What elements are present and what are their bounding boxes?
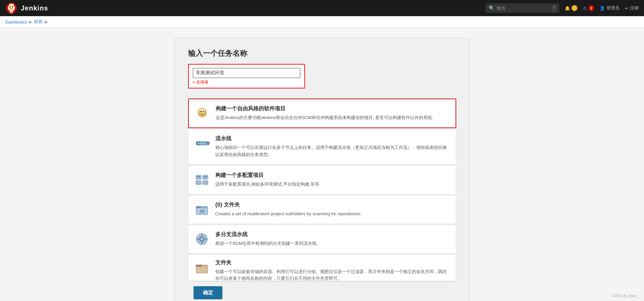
svg-point-30 [201, 238, 203, 240]
form-container: 输入一个任务名称 » 必填项 [174, 38, 470, 301]
pipeline-desc: 精心地组织一个可以长期运行在多个节点上的任务。适用于构建流水线（更加正式地应当称… [215, 144, 450, 158]
main-content: 输入一个任务名称 » 必填项 [0, 28, 644, 301]
svg-rect-20 [196, 181, 201, 185]
breadcrumb: Dashboard ▶ 所有 ▶ [0, 16, 644, 28]
breadcrumb-separator-1: ▶ [29, 20, 32, 24]
svg-point-2 [8, 4, 14, 9]
confirm-button[interactable]: 确定 [194, 286, 222, 299]
svg-point-4 [12, 6, 13, 8]
multibranch-pipeline-content: 多分支流水线 根据一个SCM仓库中检测到的分支创建一系列流水线。 [215, 231, 450, 247]
folder-multibranch-icon: {0} [194, 201, 210, 218]
pipeline-title: 流水线 [215, 135, 450, 142]
svg-point-12 [203, 111, 204, 112]
option-multibranch-pipeline[interactable]: 多分支流水线 根据一个SCM仓库中检测到的分支创建一系列流水线。 [188, 225, 456, 254]
task-name-input[interactable] [193, 68, 300, 78]
notifications-badge: 2 [571, 5, 577, 11]
confirm-section: 确定 [188, 281, 456, 301]
option-pipeline[interactable]: 流水线 精心地组织一个可以长期运行在多个节点上的任务。适用于构建流水线（更加正式… [188, 129, 456, 165]
notifications-button[interactable]: 🔔 2 [565, 5, 577, 11]
folder-multibranch-title: {0} 文件夹 [215, 201, 450, 209]
pipeline-icon [194, 135, 210, 151]
folder-title: 文件夹 [215, 259, 450, 266]
section-title: 输入一个任务名称 [188, 48, 456, 59]
folder-multibranch-content: {0} 文件夹 Creates a set of multibranch pro… [215, 201, 450, 218]
breadcrumb-dashboard[interactable]: Dashboard [5, 20, 27, 25]
breadcrumb-all[interactable]: 所有 [34, 19, 43, 25]
search-icon: 🔍 [489, 5, 495, 11]
jenkins-logo-icon [5, 2, 17, 14]
app-title: Jenkins [21, 4, 48, 12]
multiconfiguration-desc: 适用于多配置项目,例如多环境测试,平台指定构建,等等. [215, 181, 450, 188]
watermark: CSDN @_kairui_ [611, 294, 639, 298]
search-box[interactable]: 🔍 ? [485, 3, 559, 13]
option-folder[interactable]: 文件夹 创建一个可以嵌套存储的容器。利用它可以进行分组。视图仅仅是一个过滤器，而… [188, 254, 456, 281]
alerts-button[interactable]: ⚠ 2 [583, 5, 594, 11]
svg-rect-19 [203, 175, 208, 179]
option-multiconfiguration[interactable]: 构建一个多配置项目 适用于多配置项目,例如多环境测试,平台指定构建,等等. [188, 165, 456, 194]
freestyle-icon [194, 105, 210, 121]
help-icon[interactable]: ? [552, 5, 556, 11]
user-icon: 👤 [600, 6, 605, 11]
options-list: 构建一个自由风格的软件项目 这是Jenkins的主要功能Jenkins将会结合任… [188, 99, 456, 281]
multibranch-pipeline-title: 多分支流水线 [215, 231, 450, 238]
search-input[interactable] [497, 6, 550, 11]
folder-desc: 创建一个可以嵌套存储的容器。利用它可以进行分组。视图仅仅是一个过滤器，而文件夹则… [215, 268, 450, 281]
input-section: » 必填项 [188, 64, 305, 88]
svg-rect-21 [203, 181, 208, 185]
svg-rect-6 [10, 12, 11, 14]
svg-rect-7 [12, 12, 13, 14]
svg-point-10 [199, 108, 206, 114]
folder-multibranch-desc: Creates a set of multibranch project sub… [215, 211, 450, 218]
freestyle-content: 构建一个自由风格的软件项目 这是Jenkins的主要功能Jenkins将会结合任… [216, 105, 450, 121]
svg-point-11 [200, 111, 202, 112]
bell-icon: 🔔 [565, 6, 570, 11]
freestyle-title: 构建一个自由风格的软件项目 [216, 105, 450, 112]
svg-rect-13 [201, 116, 204, 118]
svg-rect-25 [196, 206, 201, 208]
required-hint: » 必填项 [193, 79, 300, 85]
svg-rect-18 [196, 175, 201, 179]
header-right: 🔍 ? 🔔 2 ⚠ 2 👤 管理员 ↩ 注销 [485, 3, 639, 13]
breadcrumb-separator-2: ▶ [45, 20, 48, 24]
freestyle-desc: 这是Jenkins的主要功能Jenkins将会结合任何SCM和任何构建系统来构建… [216, 114, 450, 121]
svg-point-3 [10, 6, 11, 8]
pipeline-content: 流水线 精心地组织一个可以长期运行在多个节点上的任务。适用于构建流水线（更加正式… [215, 135, 450, 158]
svg-rect-37 [197, 267, 207, 273]
option-freestyle[interactable]: 构建一个自由风格的软件项目 这是Jenkins的主要功能Jenkins将会结合任… [188, 99, 456, 128]
logout-icon: ↩ [625, 6, 629, 11]
header: Jenkins 🔍 ? 🔔 2 ⚠ 2 👤 管理员 ↩ 注销 [0, 0, 644, 16]
user-menu[interactable]: 👤 管理员 [600, 5, 619, 11]
multiconfiguration-icon [194, 172, 210, 188]
multiconfiguration-title: 构建一个多配置项目 [215, 172, 450, 179]
option-folder-multibranch[interactable]: {0} {0} 文件夹 Creates a set of multibranch… [188, 195, 456, 224]
alerts-badge: 2 [588, 5, 594, 11]
multiconfiguration-content: 构建一个多配置项目 适用于多配置项目,例如多环境测试,平台指定构建,等等. [215, 172, 450, 188]
svg-rect-5 [10, 10, 13, 12]
username-label: 管理员 [606, 5, 619, 11]
folder-content: 文件夹 创建一个可以嵌套存储的容器。利用它可以进行分组。视图仅仅是一个过滤器，而… [215, 259, 450, 281]
logout-button[interactable]: ↩ 注销 [625, 5, 639, 11]
multibranch-pipeline-desc: 根据一个SCM仓库中检测到的分支创建一系列流水线。 [215, 240, 450, 247]
multibranch-pipeline-icon [194, 231, 210, 247]
svg-text:{0}: {0} [200, 210, 204, 213]
alert-icon: ⚠ [583, 6, 587, 11]
logout-label: 注销 [630, 5, 639, 11]
folder-icon [194, 259, 210, 275]
header-left: Jenkins [5, 2, 48, 14]
svg-rect-17 [197, 142, 207, 144]
svg-rect-36 [196, 265, 202, 267]
svg-point-16 [206, 142, 210, 145]
